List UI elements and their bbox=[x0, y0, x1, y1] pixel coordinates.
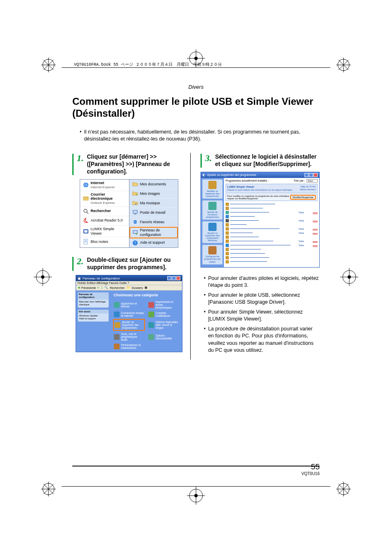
nav-box: Panneau de configurationBasculer vers l'… bbox=[78, 292, 109, 308]
window-titlebar: ◧Ajouter ou supprimer des programmes bbox=[201, 172, 319, 178]
sound-icon bbox=[114, 334, 120, 340]
program-icon bbox=[226, 260, 229, 263]
sort-label: Trier par : bbox=[293, 179, 305, 182]
svg-line-39 bbox=[87, 212, 88, 214]
network-icon bbox=[114, 312, 120, 317]
cat-network: Connexions réseau et Internet bbox=[114, 312, 144, 317]
start-item-network: Favoris réseau bbox=[129, 217, 178, 227]
minimize-icon bbox=[167, 276, 171, 280]
add-remove-programs-screenshot: ◧Ajouter ou supprimer des programmes Mod… bbox=[201, 172, 320, 268]
regional-icon bbox=[148, 322, 154, 328]
views-icon: ▦ bbox=[145, 286, 148, 289]
minimize-icon bbox=[304, 173, 309, 177]
remove-row: Pour modifier ou supprimer ce programme … bbox=[226, 194, 318, 201]
up-icon: ⤴ bbox=[101, 286, 103, 289]
start-item-computer: Poste de travail bbox=[129, 208, 178, 217]
start-item-acrobat: Acrobat Reader 5.0 bbox=[80, 216, 129, 226]
default-programs-icon bbox=[208, 246, 217, 254]
program-icon bbox=[226, 211, 229, 214]
close-icon bbox=[176, 276, 180, 280]
window-toolbar: ◀Précédente ▶ ⤴ 🔍Rechercher 📁Dossiers ▦ bbox=[76, 285, 182, 291]
registration-mark-icon bbox=[336, 482, 351, 496]
side-windows-components: Ajouter ou supprimer des composants Wind… bbox=[202, 221, 223, 243]
step-number: 1. bbox=[77, 153, 84, 163]
program-icon bbox=[226, 207, 229, 210]
start-item-music: Ma musique bbox=[129, 199, 178, 208]
bullet-item: Pour annuler le pilote USB, sélectionnez… bbox=[204, 292, 320, 306]
step-title: Cliquez sur [démarrer] >> ([Paramètres] … bbox=[87, 153, 186, 175]
step-accent-bar bbox=[72, 257, 74, 271]
side-add-new: Ajouter de nouveaux programmes bbox=[202, 200, 223, 220]
bullet-item: Pour annuler Simple Viewer, sélectionnez… bbox=[204, 309, 320, 323]
lumix-icon bbox=[83, 228, 89, 235]
registration-mark-icon bbox=[41, 482, 56, 496]
music-icon bbox=[132, 200, 138, 206]
selected-program: LUMIX Simple Viewer Cliquez ici pour obt… bbox=[226, 184, 318, 193]
cat-add-remove-programs: Ajouter ou supprimer des programmes bbox=[113, 319, 145, 331]
program-icon bbox=[226, 235, 229, 239]
cat-users: Comptes d'utilisateurs bbox=[148, 312, 179, 317]
footer-rule bbox=[72, 466, 320, 466]
start-item-internet: InternetInternet Explorer bbox=[80, 180, 129, 191]
program-icon bbox=[226, 252, 229, 255]
start-item-control-panel: Panneau de configuration bbox=[129, 227, 178, 238]
search-icon: 🔍 bbox=[104, 286, 108, 289]
step-title: Double-cliquez sur [Ajouter ou supprimer… bbox=[87, 256, 186, 271]
network-icon bbox=[132, 219, 138, 225]
cat-appearance: Apparence et thèmes bbox=[114, 300, 144, 309]
cat-accessibility: Options d'accessibilité bbox=[148, 332, 179, 341]
start-menu-screenshot: InternetInternet Explorer Courrier élect… bbox=[80, 179, 178, 248]
maximize-icon bbox=[172, 276, 176, 280]
doc-code: VQT0U16 bbox=[302, 471, 320, 476]
program-icon bbox=[226, 219, 229, 222]
svg-point-53 bbox=[136, 233, 137, 235]
program-icon bbox=[226, 231, 229, 235]
control-panel-screenshot: ▣Panneau de configuration Fichier Editio… bbox=[76, 275, 182, 352]
performance-icon bbox=[114, 344, 120, 349]
start-item-search: Rechercher bbox=[80, 207, 129, 216]
accessibility-icon bbox=[148, 334, 154, 340]
step-accent-bar bbox=[201, 154, 202, 168]
installed-label: Programmes actuellement installés : bbox=[226, 179, 292, 182]
intro-text: Il n'est pas nécessaire, habituellement,… bbox=[80, 129, 320, 143]
cat-printers: Imprimantes et autres périphériques bbox=[148, 300, 179, 309]
start-item-documents: Mes documents bbox=[129, 180, 178, 189]
forward-icon: ▶ bbox=[97, 286, 99, 289]
svg-point-47 bbox=[135, 204, 136, 205]
windows-components-icon bbox=[208, 223, 217, 231]
add-new-icon bbox=[208, 202, 217, 210]
appearance-icon bbox=[114, 302, 120, 308]
add-remove-icon bbox=[115, 322, 120, 328]
svg-rect-49 bbox=[134, 214, 136, 215]
start-item-notepad: Bloc-notes bbox=[80, 237, 129, 246]
start-item-images: Mes images bbox=[129, 189, 178, 199]
folders-icon: 📁 bbox=[127, 286, 130, 289]
section-label: Divers bbox=[72, 84, 320, 90]
maximize-icon bbox=[309, 173, 313, 177]
window-titlebar: ▣Panneau de configuration bbox=[76, 275, 182, 281]
program-icon bbox=[226, 256, 229, 259]
modify-remove-button: Modifier/Supprimer bbox=[290, 195, 316, 200]
program-icon bbox=[226, 203, 229, 206]
program-icon bbox=[226, 248, 229, 251]
step-title: Sélectionnez le logiciel à désinstaller … bbox=[215, 153, 320, 168]
control-panel-icon bbox=[132, 229, 138, 236]
registration-mark-icon bbox=[336, 58, 351, 72]
crop-line bbox=[62, 486, 330, 487]
mail-icon bbox=[83, 195, 89, 202]
start-item-lumix: LUMIX Simple Viewer bbox=[80, 226, 129, 238]
start-item-mail: Courrier électroniqueOutlook Express bbox=[80, 191, 129, 207]
program-icon bbox=[226, 244, 229, 247]
notepad-icon bbox=[83, 238, 89, 245]
program-icon bbox=[226, 227, 229, 231]
cat-performance: Performances et maintenance bbox=[114, 344, 144, 349]
svg-rect-41 bbox=[84, 230, 88, 233]
category-title: Choisissez une catégorie bbox=[114, 293, 179, 297]
crop-mark-icon bbox=[34, 268, 52, 286]
window-menubar: Fichier Edition Affichage Favoris Outils… bbox=[76, 281, 182, 285]
svg-point-38 bbox=[84, 209, 87, 212]
search-icon bbox=[83, 208, 89, 215]
users-icon bbox=[148, 312, 154, 317]
step-accent-bar bbox=[72, 154, 74, 175]
nav-box: Voir aussiWindows UpdateAide et support bbox=[78, 309, 109, 322]
